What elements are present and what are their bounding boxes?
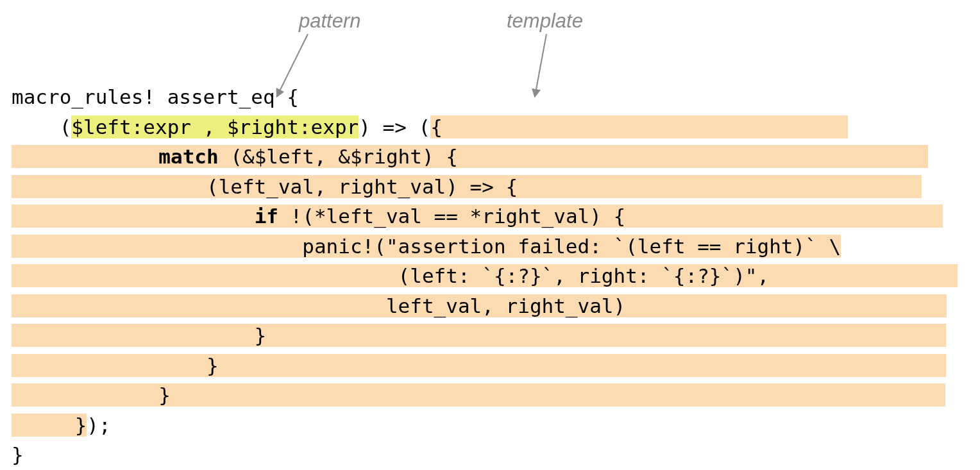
keyword-match: match xyxy=(158,145,218,168)
code-line-4: (left_val, right_val) => { xyxy=(12,172,968,202)
code-block: macro_rules! assert_eq { ($left:expr , $… xyxy=(12,12,968,470)
code-line-1: macro_rules! assert_eq { xyxy=(12,82,968,112)
code-line-9: } xyxy=(12,321,968,351)
template-highlight: { xyxy=(430,115,443,138)
code-line-10: } xyxy=(12,351,968,381)
code-line-11: } xyxy=(12,380,968,410)
code-line-2: ($left:expr , $right:expr) => ({ xyxy=(12,112,968,142)
keyword-if: if xyxy=(255,205,278,228)
code-line-3: match (&$left, &$right) { xyxy=(12,142,968,172)
code-line-6: panic!("assertion failed: `(left == righ… xyxy=(12,231,968,262)
code-line-8: left_val, right_val) xyxy=(12,291,968,321)
code-line-5: if !(*left_val == *right_val) { xyxy=(12,201,968,231)
code-line-7: (left: `{:?}`, right: `{:?}`)", xyxy=(12,261,968,291)
code-line-12: }); xyxy=(12,410,968,441)
code-line-13: } xyxy=(12,440,968,470)
pattern-highlight: $left:expr , $right:expr xyxy=(71,115,359,138)
